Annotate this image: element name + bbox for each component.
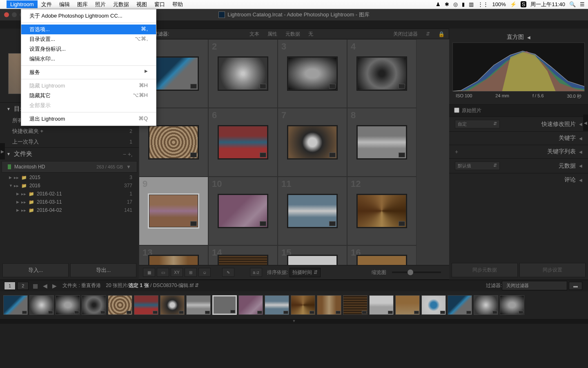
menu-lightroom[interactable]: Lightroom	[7, 0, 38, 8]
folder-row[interactable]: ▶▸▸📁20153	[0, 173, 139, 182]
filmstrip-thumb[interactable]	[160, 295, 185, 315]
grid-icon[interactable]: ▦	[33, 283, 38, 289]
sync-settings-button[interactable]: 同步设置	[519, 263, 586, 277]
filmstrip-thumb[interactable]	[186, 295, 211, 315]
filmstrip-thumb[interactable]	[395, 295, 420, 315]
folders-panel-header[interactable]: ▼文件夹− +‚	[0, 147, 139, 160]
back-icon[interactable]: ◀	[43, 283, 47, 289]
right-edge-toggle[interactable]: ◀	[583, 114, 588, 131]
menu-icon[interactable]: ☰	[580, 1, 585, 7]
histogram-header[interactable]: 直方图◀	[452, 32, 585, 43]
filmstrip-thumb[interactable]	[500, 295, 524, 315]
filmstrip-thumb[interactable]	[448, 295, 472, 315]
comments-header[interactable]: 评论◀	[449, 173, 588, 186]
secondary-display-button[interactable]: 2	[17, 282, 29, 290]
menu-file[interactable]: 文件	[38, 0, 56, 9]
filter-text[interactable]: 文本	[249, 31, 259, 38]
bookmark-icon[interactable]: ▮	[462, 1, 465, 7]
filter-none[interactable]: 无	[308, 31, 313, 38]
clock[interactable]: 周一上午11:40	[530, 1, 565, 8]
grid-cell[interactable]: 6	[208, 108, 278, 177]
grid-cell[interactable]: 10	[208, 177, 278, 245]
compare-view-button[interactable]: XY	[171, 268, 183, 277]
metadata-preset-select[interactable]: 默认值⇵	[455, 162, 500, 170]
menu-catalog-settings[interactable]: 目录设置...⌥⌘,	[21, 34, 156, 44]
sync-metadata-button[interactable]: 同步元数据	[452, 263, 518, 277]
metadata-header[interactable]: 默认值⇵ 元数据◀	[449, 158, 588, 173]
tray-icon[interactable]: ♟	[436, 1, 441, 7]
filmstrip-thumb[interactable]	[108, 295, 132, 315]
export-button[interactable]: 导出...	[70, 263, 136, 277]
primary-display-button[interactable]: 1	[4, 282, 16, 290]
menu-edit[interactable]: 编辑	[56, 0, 74, 9]
grid-cell[interactable]: 13	[139, 245, 208, 265]
menu-watermark[interactable]: 编辑水印...	[21, 54, 156, 64]
ime-icon[interactable]: S	[521, 1, 527, 7]
keywording-header[interactable]: 关键字◀	[449, 131, 588, 145]
menu-metadata[interactable]: 元数据	[109, 0, 133, 9]
menu-photo[interactable]: 照片	[91, 0, 109, 9]
thumbnail-size-slider[interactable]	[392, 272, 441, 273]
filter-attribute[interactable]: 属性	[267, 31, 277, 38]
grid-cell[interactable]: 14	[208, 245, 278, 265]
grid-cell[interactable]: 16	[347, 245, 416, 265]
battery-icon[interactable]: ▥	[469, 1, 474, 7]
filmstrip-thumb[interactable]	[56, 295, 80, 315]
forward-icon[interactable]: ▶	[52, 283, 57, 289]
catalog-row[interactable]: 上一次导入1	[0, 137, 139, 147]
bottom-panel-toggle[interactable]: ▼	[0, 319, 588, 324]
filmstrip-thumb[interactable]	[291, 295, 315, 315]
grid-cell[interactable]: 2	[208, 39, 278, 108]
keyword-list-header[interactable]: +关键字列表◀	[449, 145, 588, 158]
menu-hide-others[interactable]: 隐藏其它⌥⌘H	[21, 91, 156, 101]
menu-services[interactable]: 服务▶	[21, 67, 156, 77]
filter-preset-select[interactable]: 关闭过滤器	[502, 281, 567, 290]
loupe-view-button[interactable]: ▭	[157, 268, 169, 277]
menu-preferences[interactable]: 首选项...⌘,	[21, 25, 156, 34]
survey-view-button[interactable]: ⊞	[185, 268, 197, 277]
grid-cell[interactable]: 11	[278, 177, 347, 245]
menu-about[interactable]: 关于 Adobe Photoshop Lightroom CC...	[21, 11, 156, 21]
sort-select[interactable]: 拍摄时间 ⇵	[290, 268, 320, 277]
menu-view[interactable]: 视图	[133, 0, 151, 9]
folder-row[interactable]: ▶▸▸📁2016-04-02141	[0, 206, 139, 214]
import-button[interactable]: 导入...	[2, 263, 69, 277]
preset-select[interactable]: 自定⇵	[455, 120, 500, 128]
grid-cell[interactable]: 7	[278, 108, 347, 177]
grid-cell[interactable]: 4	[347, 39, 416, 108]
filmstrip-thumb[interactable]	[29, 295, 54, 315]
left-edge-toggle[interactable]: ▶	[0, 143, 5, 159]
sort-direction-button[interactable]: a↓z	[250, 268, 262, 277]
filter-close[interactable]: 关闭过滤器	[393, 31, 418, 38]
menu-library[interactable]: 图库	[74, 0, 91, 9]
grid-view-button[interactable]: ▦	[143, 268, 155, 277]
filter-toggle[interactable]: ▬	[569, 282, 582, 290]
filmstrip-thumb[interactable]	[238, 295, 263, 315]
filmstrip-thumb[interactable]	[369, 295, 394, 315]
filmstrip[interactable]	[0, 291, 588, 319]
wifi-icon[interactable]: ⋮⋮	[478, 1, 488, 7]
filmstrip-thumb[interactable]	[421, 295, 446, 315]
grid-cell[interactable]: 9	[139, 177, 208, 245]
volume-row[interactable]: Macintosh HD263 / 465 GB▼	[2, 161, 137, 173]
dropdown-icon[interactable]: ⇵	[426, 31, 430, 37]
filmstrip-thumb[interactable]	[82, 295, 106, 315]
filmstrip-thumb[interactable]	[3, 295, 28, 315]
filmstrip-thumb[interactable]	[474, 295, 498, 315]
filmstrip-thumb[interactable]	[265, 295, 289, 315]
filmstrip-thumb[interactable]	[134, 295, 158, 315]
original-photo-checkbox[interactable]: 原始照片	[449, 104, 588, 117]
menu-quit[interactable]: 退出 Lightroom⌘Q	[21, 114, 156, 124]
painter-button[interactable]: ✎	[222, 268, 234, 277]
people-view-button[interactable]: ☺	[198, 268, 211, 277]
menu-window[interactable]: 窗口	[151, 0, 169, 9]
folder-row[interactable]: ▶▸▸📁2016-03-1117	[0, 198, 139, 206]
filmstrip-thumb[interactable]	[343, 295, 368, 315]
lock-icon[interactable]: 🔒	[438, 31, 445, 37]
grid-cell[interactable]: 8	[347, 108, 416, 177]
catalog-row[interactable]: 快捷收藏夹 +2	[0, 126, 139, 137]
spotlight-icon[interactable]: 🔍	[569, 1, 576, 7]
folder-row[interactable]: ▶▸▸📁2016-02-111	[0, 190, 139, 198]
folder-row[interactable]: ▼▸▸📁2016377	[0, 182, 139, 190]
grid-cell[interactable]: 12	[347, 177, 416, 245]
